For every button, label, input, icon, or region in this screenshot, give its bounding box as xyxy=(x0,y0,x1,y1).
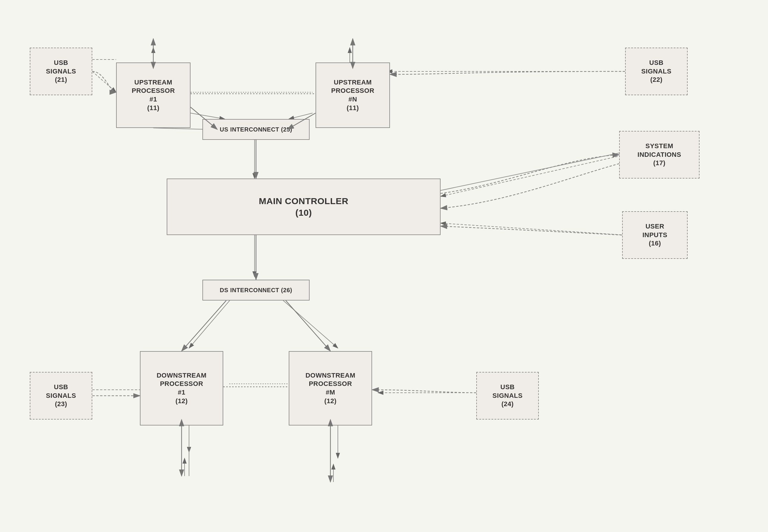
user-inputs-box: USERINPUTS(16) xyxy=(622,211,688,259)
usb-signals-24-box: USBSIGNALS(24) xyxy=(476,372,539,420)
svg-line-16 xyxy=(441,223,625,235)
ds-interconnect-box: DS INTERCONNECT (26) xyxy=(202,280,309,301)
usb-signals-21-box: USBSIGNALS(21) xyxy=(30,48,92,95)
downstream-processor-m-box: DOWNSTREAMPROCESSOR#M(12) xyxy=(289,351,372,425)
main-controller-label: MAIN CONTROLLER(10) xyxy=(259,195,348,218)
usb-signals-22-label: USBSIGNALS(22) xyxy=(641,59,671,84)
system-indications-box: SYSTEMINDICATIONS(17) xyxy=(619,131,700,179)
svg-line-8 xyxy=(190,113,225,119)
diagram: USBSIGNALS(21) UPSTREAMPROCESSOR#1(11) U… xyxy=(0,0,768,532)
downstream-processor-m-label: DOWNSTREAMPROCESSOR#M(12) xyxy=(305,371,355,405)
svg-line-7 xyxy=(153,128,208,129)
upstream-processor-1-box: UPSTREAMPROCESSOR#1(11) xyxy=(116,62,190,128)
us-interconnect-label: US INTERCONNECT (25) xyxy=(220,126,292,133)
svg-line-18 xyxy=(189,298,232,348)
svg-line-19 xyxy=(280,298,338,348)
upstream-processor-n-box: UPSTREAMPROCESSOR#N(11) xyxy=(315,62,390,128)
usb-signals-23-box: USBSIGNALS(23) xyxy=(30,372,92,420)
upstream-processor-n-label: UPSTREAMPROCESSOR#N(11) xyxy=(331,78,374,112)
svg-line-15 xyxy=(441,152,625,190)
us-interconnect-box: US INTERCONNECT (25) xyxy=(202,119,309,140)
usb-signals-22-box: USBSIGNALS(22) xyxy=(625,48,688,95)
svg-line-10 xyxy=(289,113,312,119)
main-controller-box: MAIN CONTROLLER(10) xyxy=(167,179,441,235)
usb-signals-21-label: USBSIGNALS(21) xyxy=(46,59,76,84)
user-inputs-label: USERINPUTS(16) xyxy=(642,222,667,248)
system-indications-label: SYSTEMINDICATIONS(17) xyxy=(638,142,681,168)
upstream-processor-1-label: UPSTREAMPROCESSOR#1(11) xyxy=(132,78,175,112)
downstream-processor-1-box: DOWNSTREAMPROCESSOR#1(12) xyxy=(140,351,223,425)
ds-interconnect-label: DS INTERCONNECT (26) xyxy=(220,286,292,294)
usb-signals-23-label: USBSIGNALS(23) xyxy=(46,383,76,409)
svg-line-4 xyxy=(92,71,116,92)
usb-signals-24-label: USBSIGNALS(24) xyxy=(492,383,523,409)
downstream-processor-1-label: DOWNSTREAMPROCESSOR#1(12) xyxy=(157,371,206,405)
svg-line-14 xyxy=(441,155,625,196)
